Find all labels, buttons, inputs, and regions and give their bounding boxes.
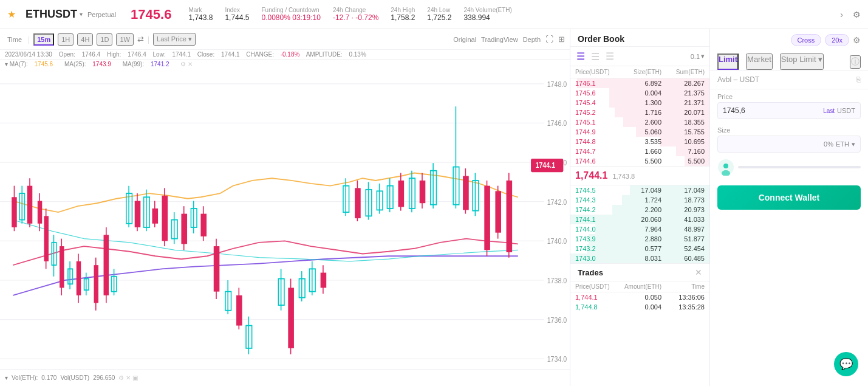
symbol-subtype: Perpetual (87, 11, 116, 18)
svg-text:1742.0: 1742.0 (547, 198, 567, 206)
ob-interval[interactable]: 0.1 ▾ (691, 52, 705, 60)
svg-text:1736.0: 1736.0 (547, 316, 567, 324)
low-value: 1,725.2 (427, 13, 451, 22)
orderbook-ask-row[interactable]: 1746.1 6.892 28.267 (570, 78, 709, 88)
available-balance: Avbl – USDT ⎘ (710, 71, 868, 89)
avbl-label: Avbl – USDT (717, 75, 759, 84)
orderbook-section: Order Book ☰ ☰ ☰ 0.1 ▾ Price(USDT) Size(… (570, 29, 710, 386)
svg-text:1738.0: 1738.0 (547, 277, 567, 284)
orderbook-bid-row[interactable]: 1743.0 8.031 60.485 (570, 253, 709, 263)
volume-bar: ▾ Vol(ETH): 0.170 Vol(USDT) 296.650 ⚙ ✕ … (0, 369, 570, 386)
size-input-container[interactable]: 0% ETH ▾ (717, 136, 861, 153)
trades-time-header: Time (661, 283, 705, 290)
orderbook-bid-row[interactable]: 1743.2 0.577 52.454 (570, 244, 709, 253)
original-view-btn[interactable]: Original (453, 35, 476, 44)
orderbook-bid-row[interactable]: 1744.3 1.724 18.773 (570, 195, 709, 205)
orderbook-ask-row[interactable]: 1744.7 1.660 7.160 (570, 146, 709, 156)
svg-text:1734.0: 1734.0 (547, 355, 567, 363)
symbol-area: ETHUSDT ▾ Perpetual (26, 8, 116, 21)
last-price-btn[interactable]: Last Price ▾ (153, 33, 196, 46)
orderbook-ask-row[interactable]: 1744.6 5.500 5.500 (570, 156, 709, 166)
ob-view-bids[interactable]: ☰ (604, 49, 615, 63)
depth-btn[interactable]: Depth (523, 35, 541, 44)
svg-text:1748.0: 1748.0 (547, 80, 567, 88)
interval-4h[interactable]: 4H (77, 33, 93, 46)
chart-toolbar: Time | 15m 1H 4H 1D 1W ⇄ | Last Price ▾ … (0, 29, 570, 50)
chart-change-value: -0.18% (281, 51, 300, 58)
ob-view-asks[interactable]: ☰ (590, 49, 601, 63)
orderbook-ask-row[interactable]: 1744.8 3.535 10.695 (570, 137, 709, 146)
mark-value: 1,743.8 (188, 13, 213, 22)
tab-market[interactable]: Market (746, 53, 773, 70)
chart-close-label: Close: (197, 51, 214, 58)
orderbook-bids: 1744.5 17.049 17.049 1744.3 1.724 18.773… (570, 185, 709, 263)
size-slider-track[interactable] (738, 166, 861, 168)
fullscreen-icon[interactable]: ⛶ (545, 35, 553, 44)
mark-label: Mark (188, 7, 213, 13)
orderbook-bid-row[interactable]: 1744.5 17.049 17.049 (570, 185, 709, 195)
trades-rows: 1,744.1 0.050 13:36:06 1,744.8 0.004 13:… (570, 292, 709, 312)
vol-toggle[interactable]: ▾ (5, 374, 8, 381)
orderbook-bid-row[interactable]: 1744.2 2.200 20.973 (570, 205, 709, 215)
chart-canvas[interactable]: 1748.0 1746.0 1744.0 1742.0 1740.0 1738.… (0, 69, 570, 386)
chat-fab[interactable]: 💬 (834, 352, 858, 376)
top-header: ★ ETHUSDT ▾ Perpetual 1745.6 Mark 1,743.… (0, 0, 868, 29)
leverage-button[interactable]: 20x (825, 34, 849, 46)
header-settings-button[interactable]: ⚙ (853, 10, 861, 19)
ob-mid-ref: 1,743.8 (612, 173, 635, 180)
ob-price-header: Price(USDT) (575, 69, 618, 75)
tab-stop-limit[interactable]: Stop Limit ▾ (780, 53, 824, 70)
chart-high-label: High: (107, 51, 121, 58)
cross-button[interactable]: Cross (791, 34, 822, 46)
interval-1h[interactable]: 1H (58, 33, 73, 46)
change-stat: 24h Change -12.7 · -0.72% (333, 7, 378, 22)
interval-1d[interactable]: 1D (97, 33, 112, 46)
ob-view-both[interactable]: ☰ (575, 49, 586, 63)
size-slider-area (710, 156, 868, 181)
size-input[interactable] (723, 140, 824, 148)
panel-settings-icon[interactable]: ⚙ (853, 35, 861, 45)
chart-low-value: 1744.1 (172, 51, 191, 58)
price-input-container[interactable]: Last USDT (717, 102, 861, 119)
symbol-dropdown-icon[interactable]: ▾ (80, 11, 83, 18)
grid-icon[interactable]: ⊞ (558, 35, 565, 44)
chart-ma-bar: ▾ MA(7): 1745.6 MA(25): 1743.9 MA(99): 1… (0, 60, 570, 69)
copy-icon[interactable]: ⎘ (856, 75, 861, 84)
interval-15m[interactable]: 15m (33, 33, 54, 46)
expand-button[interactable]: › (840, 10, 843, 19)
orderbook-bid-row[interactable]: 1744.0 7.964 48.997 (570, 224, 709, 234)
star-icon[interactable]: ★ (7, 9, 16, 20)
chart-amplitude-label: AMPLITUDE: (306, 51, 343, 58)
tab-limit[interactable]: Limit (717, 53, 739, 70)
connect-wallet-button[interactable]: Connect Wallet (717, 185, 861, 210)
orderbook-ask-row[interactable]: 1745.6 0.004 21.375 (570, 88, 709, 98)
size-dropdown-icon[interactable]: ▾ (852, 140, 855, 148)
orderbook-ask-row[interactable]: 1745.1 2.600 18.355 (570, 117, 709, 127)
chart-open-value: 1746.4 (82, 51, 101, 58)
funding-stat: Funding / Countdown 0.0080% 03:19:10 (261, 7, 320, 22)
price-input[interactable] (723, 106, 823, 115)
trades-section: Trades ✕ Price(USDT) Amount(ETH) Time 1,… (570, 263, 709, 386)
info-icon[interactable]: ⓘ (850, 55, 861, 69)
orderbook-ask-row[interactable]: 1744.9 5.060 15.755 (570, 127, 709, 137)
low-stat: 24h Low 1,725.2 (427, 7, 451, 22)
tradingview-btn[interactable]: TradingView (481, 35, 518, 44)
interval-1w[interactable]: 1W (116, 33, 134, 46)
ma99-indicator: MA(99): 1741.2 (123, 61, 174, 67)
cross-leverage-bar: Cross 20x ⚙ (710, 29, 868, 49)
chart-settings-icon[interactable]: ⇄ (137, 35, 144, 44)
price-suffix: Last USDT (823, 107, 855, 114)
orderbook-bid-row[interactable]: 1743.9 2.880 51.877 (570, 234, 709, 244)
trades-close-button[interactable]: ✕ (695, 267, 702, 277)
chart-open-label: Open: (59, 51, 75, 58)
ma-settings-icons: ⚙ ✕ (180, 61, 193, 67)
trades-header: Trades ✕ (570, 264, 709, 281)
price-label: Price (717, 93, 861, 100)
vol-usdt-value: 296.650 (93, 374, 115, 381)
trades-col-headers: Price(USDT) Amount(ETH) Time (570, 281, 709, 292)
symbol-name: ETHUSDT (26, 8, 77, 21)
orderbook-ask-row[interactable]: 1745.4 1.300 21.371 (570, 98, 709, 108)
orderbook-bid-row[interactable]: 1744.1 20.060 41.033 (570, 215, 709, 224)
toolbar-sep-2: | (148, 35, 149, 44)
orderbook-ask-row[interactable]: 1745.2 1.716 20.071 (570, 108, 709, 117)
